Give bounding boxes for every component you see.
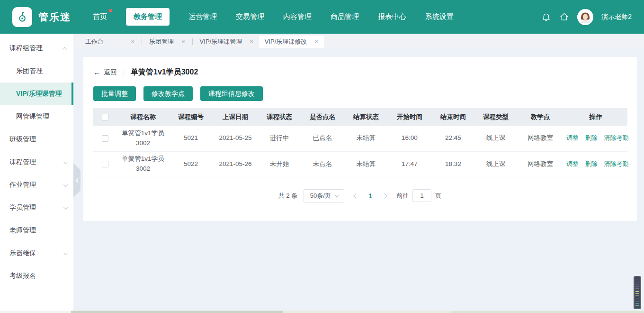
app-logo-icon: [12, 7, 32, 27]
goto-page-input[interactable]: [412, 189, 431, 202]
sidebar-item-instrument-maintenance[interactable]: 乐器维保: [0, 242, 73, 265]
cell-venue: 网络教室: [517, 151, 564, 177]
nav-item-content[interactable]: 内容管理: [283, 12, 312, 21]
back-button[interactable]: 返回: [93, 68, 117, 77]
cell-rollcall: 已点名: [301, 126, 344, 151]
top-navbar: 管乐迷 首页 教务管理 运营管理 交易管理 内容管理 商品管理 报表中心 系统设…: [0, 0, 644, 34]
tab-vip-course-edit[interactable]: VIP/乐理课修改: [259, 36, 324, 48]
open-tabs-bar: 工作台 乐团管理 VIP/乐理课管理 VIP/乐理课修改: [73, 34, 644, 49]
sidebar-item-orchestra-mgmt[interactable]: 乐团管理: [0, 60, 73, 83]
avatar[interactable]: [577, 9, 593, 25]
sidebar-item-class-mgmt[interactable]: 班级管理: [0, 128, 73, 151]
delete-link[interactable]: 删除: [585, 134, 598, 141]
chevron-down-icon: [63, 182, 68, 187]
change-venue-button[interactable]: 修改教学点: [143, 86, 193, 101]
prev-page-icon[interactable]: [354, 193, 359, 198]
nav-item-products[interactable]: 商品管理: [331, 12, 359, 21]
cell-course-code: 5021: [169, 126, 213, 151]
bell-icon[interactable]: [541, 12, 551, 22]
cell-end-time: 22:45: [431, 126, 475, 151]
brand[interactable]: 管乐迷: [12, 7, 87, 27]
col-course-name: 课程名称: [117, 108, 169, 126]
sidebar-item-online-course-mgmt[interactable]: 网管课管理: [0, 105, 73, 128]
chevron-down-icon: [63, 205, 68, 210]
user-name[interactable]: 演示老师2: [601, 13, 632, 21]
sidebar-item-exam-registration[interactable]: 考级报名: [0, 265, 73, 287]
pagination-total: 共 2 条: [278, 192, 297, 200]
adjust-link[interactable]: 调整: [566, 160, 579, 167]
chevron-up-icon: [62, 46, 67, 51]
col-course-type: 课程类型: [475, 108, 517, 126]
current-page[interactable]: 1: [368, 192, 372, 200]
batch-adjust-button[interactable]: 批量调整: [93, 86, 136, 101]
col-settlement: 结算状态: [344, 108, 388, 126]
sidebar-item-teacher-mgmt[interactable]: 老师管理: [0, 219, 73, 242]
sidebar: 课程组管理 乐团管理 VIP/乐理课管理 网管课管理 班级管理 课程管理 作业管…: [0, 34, 73, 313]
chevron-left-icon: [75, 178, 80, 183]
course-table: 课程名称 课程编号 上课日期 课程状态 是否点名 结算状态 开始时间 结束时间 …: [93, 108, 627, 177]
mini-scrollbar-widget[interactable]: [634, 276, 641, 309]
next-page-icon[interactable]: [382, 193, 387, 198]
back-arrow-icon: [93, 69, 101, 76]
nav-item-transactions[interactable]: 交易管理: [236, 12, 264, 21]
row-checkbox[interactable]: [102, 135, 108, 142]
close-icon[interactable]: [314, 38, 318, 45]
mini-widget-stripes-green: [635, 298, 639, 306]
sidebar-item-homework-mgmt[interactable]: 作业管理: [0, 174, 73, 196]
clear-attendance-link[interactable]: 清除考勤: [604, 134, 629, 141]
nav-item-academic[interactable]: 教务管理: [126, 8, 170, 26]
cell-settlement: 未结算: [344, 151, 388, 177]
edit-course-group-info-button[interactable]: 课程组信息修改: [200, 86, 263, 101]
adjust-link[interactable]: 调整: [566, 134, 579, 141]
col-end-time: 结束时间: [431, 108, 475, 126]
delete-link[interactable]: 删除: [585, 160, 598, 167]
col-venue: 教学点: [517, 108, 564, 126]
chevron-down-icon: [335, 193, 339, 197]
navbar-right: 演示老师2: [541, 9, 632, 25]
nav-item-home[interactable]: 首页: [93, 12, 107, 21]
tab-workbench[interactable]: 工作台: [80, 36, 140, 48]
nav-item-settings[interactable]: 系统设置: [425, 12, 454, 21]
sidebar-item-course-group-mgmt[interactable]: 课程组管理: [0, 37, 73, 60]
tab-divider: [192, 38, 193, 45]
notification-dot-icon: [109, 9, 112, 12]
select-all-checkbox[interactable]: [102, 114, 108, 120]
cell-course-name: 单簧管1v1学员3002: [120, 154, 166, 174]
clear-attendance-link[interactable]: 清除考勤: [604, 160, 629, 167]
page-title: 单簧管1v1学员3002: [131, 67, 198, 77]
cell-class-date: 2021-05-25: [213, 126, 258, 151]
horizontal-scrollbar[interactable]: [0, 311, 644, 313]
cell-course-status: 进行中: [258, 126, 301, 151]
table-row: 单簧管1v1学员3002 5022 2021-05-26 未开始 未点名 未结算…: [93, 151, 627, 177]
sidebar-item-course-mgmt[interactable]: 课程管理: [0, 151, 73, 174]
tab-vip-course-mgmt[interactable]: VIP/乐理课管理: [194, 36, 259, 48]
cell-end-time: 18:32: [431, 151, 475, 177]
table-row: 单簧管1v1学员3002 5021 2021-05-25 进行中 已点名 未结算…: [93, 126, 627, 151]
chevron-down-icon: [63, 159, 68, 164]
cell-rollcall: 未点名: [301, 151, 344, 177]
brand-name: 管乐迷: [38, 10, 71, 24]
row-checkbox[interactable]: [102, 161, 108, 167]
sidebar-item-vip-course-mgmt[interactable]: VIP/乐理课管理: [0, 83, 73, 105]
col-actions: 操作: [564, 108, 627, 126]
close-icon[interactable]: [181, 38, 185, 45]
nav-item-reports[interactable]: 报表中心: [378, 12, 406, 21]
main-content: 返回 单簧管1v1学员3002 批量调整 修改教学点 课程组信息修改 课程名称 …: [73, 49, 644, 313]
col-rollcall: 是否点名: [301, 108, 344, 126]
cell-course-type: 线上课: [475, 126, 517, 151]
col-class-date: 上课日期: [213, 108, 258, 126]
home-icon[interactable]: [559, 12, 569, 22]
close-icon[interactable]: [250, 38, 253, 45]
nav-item-operations[interactable]: 运营管理: [188, 12, 217, 21]
main-nav: 首页 教务管理 运营管理 交易管理 内容管理 商品管理 报表中心 系统设置: [93, 8, 454, 26]
chevron-down-icon: [63, 250, 68, 255]
page-size-select[interactable]: 50条/页: [304, 189, 344, 203]
sidebar-item-student-mgmt[interactable]: 学员管理: [0, 196, 73, 219]
col-start-time: 开始时间: [388, 108, 431, 126]
cell-course-type: 线上课: [475, 151, 517, 177]
mini-widget-stripes-yellow: [635, 291, 639, 297]
cell-class-date: 2021-05-26: [213, 151, 258, 177]
tab-orchestra-mgmt[interactable]: 乐团管理: [143, 36, 191, 48]
cell-start-time: 17:47: [388, 151, 431, 177]
close-icon[interactable]: [131, 38, 134, 45]
